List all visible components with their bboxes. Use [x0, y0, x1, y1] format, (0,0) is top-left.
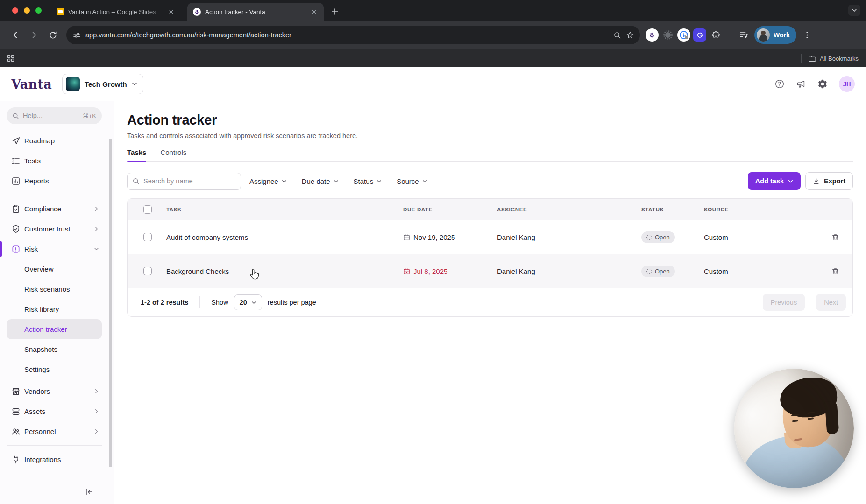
browser-tab-google-slides[interactable]: Vanta in Action – Google Slides: [51, 3, 181, 21]
minimize-window-button[interactable]: [24, 7, 30, 14]
due-date-cell: Jul 8, 2025: [403, 267, 497, 275]
tests-checklist-icon: [11, 156, 21, 166]
column-header-task[interactable]: TASK: [166, 207, 403, 212]
tab-groups-icon[interactable]: [7, 54, 15, 63]
zoom-page-icon[interactable]: [613, 31, 621, 39]
extensions-puzzle-icon[interactable]: [709, 28, 722, 42]
settings-gear-icon[interactable]: [817, 79, 828, 89]
sidebar-item-roadmap[interactable]: Roadmap: [7, 131, 102, 151]
sidebar-item-risk[interactable]: Risk: [7, 239, 102, 259]
sidebar-item-reports[interactable]: Reports: [7, 171, 102, 191]
show-label: Show: [211, 299, 228, 306]
select-all-checkbox[interactable]: [143, 205, 152, 214]
status-cell: Open: [641, 266, 704, 277]
filter-due-date[interactable]: Due date: [302, 177, 339, 185]
row-checkbox[interactable]: [143, 267, 152, 275]
previous-page-button[interactable]: Previous: [763, 294, 805, 311]
chevron-down-icon: [251, 300, 256, 305]
tab-controls[interactable]: Controls: [160, 148, 186, 161]
assignee-cell: Daniel Kang: [497, 267, 641, 275]
sidebar-item-customer-trust[interactable]: Customer trust: [7, 219, 102, 239]
table-search[interactable]: [127, 173, 241, 190]
page-subtitle: Tasks and controls associated with appro…: [127, 132, 853, 140]
help-icon[interactable]: [774, 79, 785, 89]
back-icon[interactable]: [7, 27, 23, 43]
delete-task-icon[interactable]: [818, 233, 852, 241]
close-tab-icon[interactable]: [167, 7, 175, 16]
collapse-sidebar-icon[interactable]: [85, 488, 93, 496]
bookmarks-bar: All Bookmarks: [0, 49, 866, 67]
table-row[interactable]: Audit of company systems Nov 19, 2025 Da…: [128, 220, 852, 254]
onepassword-extension-icon[interactable]: [677, 28, 690, 42]
tab-tasks[interactable]: Tasks: [127, 148, 146, 161]
new-tab-button[interactable]: [328, 5, 341, 18]
browser-tab-action-tracker[interactable]: Action tracker - Vanta: [187, 3, 324, 21]
filter-status[interactable]: Status: [354, 177, 382, 185]
browser-profile-button[interactable]: Work: [754, 26, 796, 44]
chevron-down-icon: [788, 179, 793, 184]
vanta-extension-icon[interactable]: [646, 28, 659, 42]
sidebar-item-integrations[interactable]: Integrations: [7, 449, 102, 469]
bookmark-star-icon[interactable]: [626, 31, 634, 39]
site-info-icon[interactable]: [73, 31, 81, 39]
table-row[interactable]: Background Checks Jul 8, 2025 Daniel Kan…: [128, 254, 852, 288]
vanta-logo[interactable]: Vanta: [11, 77, 52, 91]
help-search-input[interactable]: [23, 112, 79, 119]
filter-assignee[interactable]: Assignee: [249, 177, 287, 185]
profile-label: Work: [774, 31, 790, 39]
sidebar-search[interactable]: ⌘+K: [7, 107, 102, 124]
column-header-status[interactable]: STATUS: [641, 207, 704, 212]
sidebar-item-personnel[interactable]: Personnel: [7, 421, 102, 441]
sidebar-item-tests[interactable]: Tests: [7, 151, 102, 171]
delete-task-icon[interactable]: [818, 267, 852, 275]
webcam-overlay: [734, 369, 854, 488]
shield-check-icon: [11, 224, 21, 234]
sidebar-item-overview[interactable]: Overview: [7, 259, 102, 279]
column-header-assignee[interactable]: ASSIGNEE: [497, 207, 641, 212]
announcements-megaphone-icon[interactable]: [796, 79, 806, 89]
fullscreen-window-button[interactable]: [35, 7, 42, 14]
media-controls-icon[interactable]: [736, 27, 752, 43]
tab-search-button[interactable]: [848, 5, 860, 16]
chevron-down-icon: [422, 179, 427, 184]
per-page-select[interactable]: 20: [234, 294, 262, 310]
task-name[interactable]: Audit of company systems: [166, 233, 403, 241]
next-page-button[interactable]: Next: [816, 294, 846, 311]
sidebar-item-risk-scenarios[interactable]: Risk scenarios: [7, 279, 102, 299]
org-switcher[interactable]: Tech Growth: [62, 74, 143, 94]
row-checkbox[interactable]: [143, 233, 152, 241]
url-bar[interactable]: app.vanta.com/c/techgrowth.com.au/risk-m…: [66, 26, 640, 44]
status-badge[interactable]: Open: [641, 231, 675, 243]
forward-icon[interactable]: [26, 27, 42, 43]
results-summary: 1-2 of 2 results: [141, 299, 188, 306]
sunburst-extension-icon[interactable]: [661, 28, 674, 42]
add-task-button[interactable]: Add task: [748, 172, 801, 190]
folder-icon: [808, 55, 816, 62]
sidebar-item-risk-library[interactable]: Risk library: [7, 299, 102, 319]
sidebar-item-assets[interactable]: Assets: [7, 401, 102, 421]
sidebar-item-compliance[interactable]: Compliance: [7, 199, 102, 219]
status-badge[interactable]: Open: [641, 266, 675, 277]
column-header-due-date[interactable]: DUE DATE: [403, 207, 497, 212]
close-tab-icon[interactable]: [310, 7, 318, 16]
sidebar-scrollbar[interactable]: [109, 139, 112, 467]
chevron-right-icon: [94, 429, 99, 434]
open-status-icon: [646, 235, 652, 240]
user-avatar[interactable]: JH: [839, 76, 855, 92]
column-header-source[interactable]: SOURCE: [704, 207, 818, 212]
all-bookmarks-button[interactable]: All Bookmarks: [808, 55, 859, 62]
close-window-button[interactable]: [12, 7, 18, 14]
sidebar-item-vendors[interactable]: Vendors: [7, 381, 102, 401]
page-tabs: Tasks Controls: [127, 148, 853, 162]
browser-menu-kebab-icon[interactable]: [799, 27, 815, 43]
reload-icon[interactable]: [45, 27, 61, 43]
grammarly-extension-icon[interactable]: [693, 28, 706, 42]
sidebar-item-action-tracker[interactable]: Action tracker: [7, 319, 102, 339]
task-name[interactable]: Background Checks: [166, 267, 403, 275]
window-controls: [0, 0, 51, 21]
filter-source[interactable]: Source: [397, 177, 427, 185]
export-button[interactable]: Export: [805, 172, 853, 190]
sidebar-item-settings[interactable]: Settings: [7, 359, 102, 379]
search-by-name-input[interactable]: [127, 173, 241, 190]
sidebar-item-snapshots[interactable]: Snapshots: [7, 339, 102, 359]
